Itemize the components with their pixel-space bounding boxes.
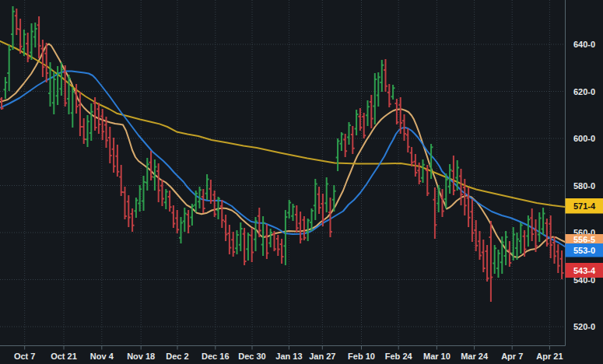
svg-text:Mar 24: Mar 24 <box>461 352 489 361</box>
svg-text:600-0: 600-0 <box>573 134 595 143</box>
svg-text:543-4: 543-4 <box>573 266 596 275</box>
svg-text:Nov 4: Nov 4 <box>90 352 114 361</box>
svg-text:571-4: 571-4 <box>573 201 596 211</box>
svg-text:Feb 24: Feb 24 <box>385 352 413 361</box>
svg-text:640-0: 640-0 <box>573 40 595 49</box>
svg-text:Apr 21: Apr 21 <box>536 352 563 361</box>
svg-text:Dec 16: Dec 16 <box>202 352 229 361</box>
svg-text:Jan 27: Jan 27 <box>309 352 335 361</box>
svg-text:Apr 7: Apr 7 <box>501 352 523 361</box>
svg-text:Dec 30: Dec 30 <box>238 352 265 361</box>
svg-text:553-0: 553-0 <box>573 246 595 255</box>
svg-text:556-5: 556-5 <box>573 235 595 244</box>
svg-text:Oct 7: Oct 7 <box>14 352 36 361</box>
svg-text:Feb 10: Feb 10 <box>348 352 375 361</box>
svg-text:580-0: 580-0 <box>573 181 595 191</box>
svg-text:Dec 2: Dec 2 <box>166 352 188 361</box>
svg-text:520-0: 520-0 <box>573 322 595 331</box>
svg-text:Mar 10: Mar 10 <box>423 352 450 361</box>
svg-text:Nov 18: Nov 18 <box>127 352 155 361</box>
svg-text:Jan 13: Jan 13 <box>275 352 302 361</box>
svg-text:Oct 21: Oct 21 <box>51 352 77 361</box>
svg-text:620-0: 620-0 <box>573 87 595 96</box>
